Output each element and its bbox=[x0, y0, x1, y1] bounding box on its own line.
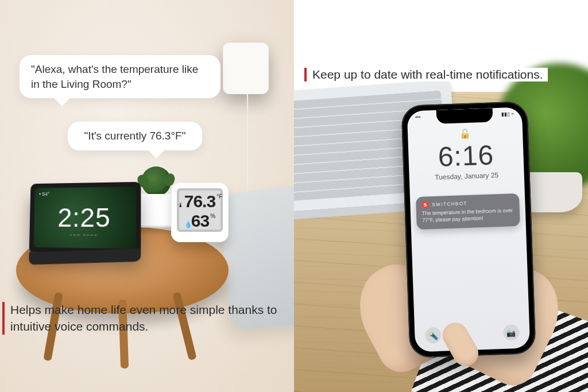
lock-icon: 🔓 bbox=[459, 129, 471, 139]
speech-bubble-question: "Alexa, what's the temperature like in t… bbox=[20, 55, 220, 98]
echo-clock-sub: ––– –––– bbox=[34, 231, 136, 238]
meter-temperature: 76.3 bbox=[184, 192, 215, 211]
echo-show-device: • 54° 2:25 ––– –––– bbox=[29, 182, 141, 254]
speech-bubble-answer: "It's currently 76.3°F" bbox=[68, 122, 202, 150]
echo-screen: • 54° 2:25 ––– –––– bbox=[33, 187, 136, 249]
meter-screen: 🌡 76.3 °F 💧 63 % bbox=[177, 188, 223, 232]
status-right: ▮▮▯ ⌁ bbox=[501, 111, 514, 117]
plant-pot bbox=[136, 194, 175, 227]
droplet-icon: 💧 bbox=[184, 221, 190, 228]
meter-temperature-unit: °F bbox=[216, 193, 222, 200]
echo-status: • 54° bbox=[39, 191, 49, 197]
flashlight-icon: 🔦 bbox=[428, 331, 438, 340]
phone-lock-screen: ••• ▮▮▯ ⌁ 🔓 6:16 Tuesday, January 25 S S… bbox=[407, 107, 531, 352]
right-caption: Keep up to date with real-time notificat… bbox=[304, 68, 548, 81]
meter-humidity-unit: % bbox=[210, 213, 215, 219]
left-caption: Helps make home life even more simple th… bbox=[2, 302, 289, 335]
succulent-plant bbox=[141, 166, 171, 196]
phone-time: 6:16 bbox=[408, 138, 524, 174]
camera-button: 📷 bbox=[503, 324, 520, 341]
right-caption-text: Keep up to date with real-time notificat… bbox=[312, 68, 543, 81]
notification-scene: Keep up to date with real-time notificat… bbox=[294, 0, 588, 392]
echo-clock-time: 2:25 bbox=[34, 201, 136, 233]
thermometer-icon: 🌡 bbox=[177, 201, 183, 208]
voice-command-scene: "Alexa, what's the temperature like in t… bbox=[0, 0, 294, 392]
speech-question-text: "Alexa, what's the temperature like in t… bbox=[31, 63, 198, 90]
smartphone: ••• ▮▮▯ ⌁ 🔓 6:16 Tuesday, January 25 S S… bbox=[401, 101, 536, 358]
notification-body: The temperature in the bedroom is over 7… bbox=[422, 207, 514, 224]
speech-answer-text: "It's currently 76.3°F" bbox=[84, 130, 186, 142]
meter-humidity: 63 bbox=[191, 211, 209, 231]
smart-hub-device bbox=[223, 42, 269, 94]
thermo-hygrometer-device: 🌡 76.3 °F 💧 63 % bbox=[171, 183, 229, 242]
left-caption-text: Helps make home life even more simple th… bbox=[10, 303, 277, 332]
flashlight-button: 🔦 bbox=[425, 327, 442, 344]
push-notification: S SWITCHBOT The temperature in the bedro… bbox=[416, 193, 520, 230]
notification-app-name: SWITCHBOT bbox=[432, 201, 467, 207]
notification-app-icon: S bbox=[421, 201, 428, 208]
status-left: ••• bbox=[415, 114, 421, 120]
camera-icon: 📷 bbox=[506, 328, 516, 337]
